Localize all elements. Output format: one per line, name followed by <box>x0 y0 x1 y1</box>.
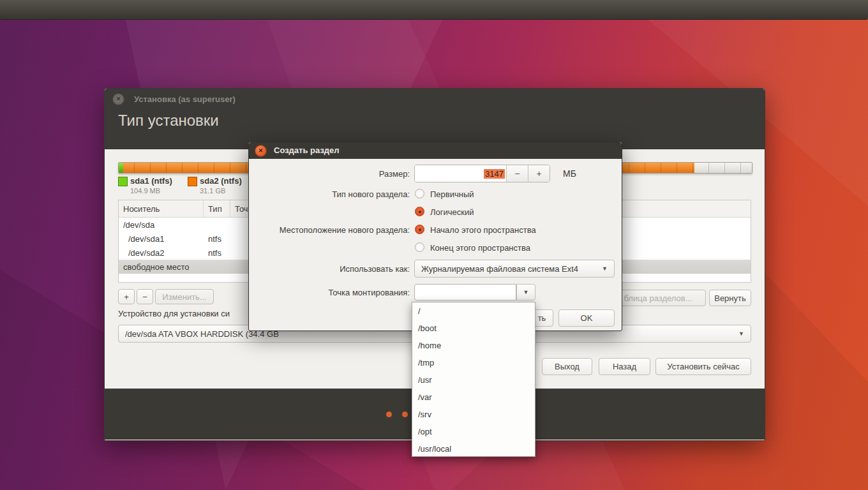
use-as-value: Журналируемая файловая система Ext4 <box>421 264 578 274</box>
chevron-down-icon: ▼ <box>602 265 608 272</box>
radio-logical[interactable] <box>415 207 424 216</box>
dropdown-item[interactable]: /boot <box>412 320 535 337</box>
cell-device: /dev/sda <box>119 220 204 230</box>
dialog-close-icon[interactable]: ✕ <box>255 145 267 157</box>
radio-logical-label[interactable]: Логический <box>430 207 474 217</box>
radio-end-label[interactable]: Конец этого пространства <box>430 243 530 253</box>
dropdown-item[interactable]: /home <box>412 337 535 354</box>
size-increment-button[interactable]: + <box>528 165 550 182</box>
cell-type: ntfs <box>204 234 230 244</box>
new-partition-table-button[interactable]: блица разделов... <box>610 290 706 306</box>
dropdown-item[interactable]: /usr <box>412 371 535 389</box>
new-partition-location-label: Местоположение нового раздела: <box>254 225 410 235</box>
mount-point-dropdown-button[interactable]: ▼ <box>516 284 535 301</box>
revert-button[interactable]: Вернуть <box>709 290 751 306</box>
cell-device: /dev/sda1 <box>119 234 204 244</box>
dropdown-item[interactable]: /opt <box>412 423 535 440</box>
back-button[interactable]: Назад <box>599 358 650 375</box>
size-label: Размер: <box>254 169 410 179</box>
size-spinbox: 3147 − + <box>414 165 550 182</box>
radio-primary[interactable] <box>415 189 424 198</box>
quit-button[interactable]: Выход <box>542 358 592 375</box>
use-as-combobox[interactable]: Журналируемая файловая система Ext4 ▼ <box>414 260 615 278</box>
dropdown-item[interactable]: /srv <box>412 406 535 423</box>
progress-dot <box>386 412 392 417</box>
window-title: Установка (as superuser) <box>134 94 236 104</box>
top-panel <box>0 0 868 20</box>
mount-point-label: Точка монтирования: <box>254 288 410 297</box>
installer-header: ✕ Установка (as superuser) Тип установки <box>105 89 765 149</box>
dropdown-item[interactable]: / <box>412 302 535 320</box>
legend-size-sda2: 31.1 GB <box>200 187 225 195</box>
legend-swatch-sda2 <box>188 177 197 186</box>
legend-label-sda1: sda1 (ntfs) <box>130 176 172 186</box>
install-now-button[interactable]: Установить сейчас <box>655 358 751 375</box>
desktop: ✕ Установка (as superuser) Тип установки… <box>0 0 868 490</box>
page-title: Тип установки <box>118 112 219 130</box>
legend-label-sda2: sda2 (ntfs) <box>200 176 242 186</box>
dialog-titlebar[interactable]: ✕ Создать раздел <box>249 142 622 159</box>
remove-partition-button[interactable]: − <box>137 289 153 304</box>
dialog-title: Создать раздел <box>274 145 340 155</box>
dropdown-item[interactable]: /tmp <box>412 354 535 371</box>
radio-beginning[interactable] <box>415 225 424 234</box>
change-partition-button[interactable]: Изменить... <box>155 289 214 304</box>
mount-point-dropdown-list: / /boot /home /tmp /usr /var /srv /opt /… <box>412 302 535 457</box>
size-input[interactable]: 3147 <box>415 165 506 182</box>
legend-swatch-sda1 <box>118 177 128 186</box>
add-partition-button[interactable]: + <box>118 289 135 304</box>
radio-primary-label[interactable]: Первичный <box>430 189 474 199</box>
dropdown-item[interactable]: /usr/local <box>412 440 535 457</box>
window-close-icon[interactable]: ✕ <box>112 93 124 105</box>
column-header-type[interactable]: Тип <box>204 200 230 217</box>
size-decrement-button[interactable]: − <box>506 165 528 182</box>
radio-end[interactable] <box>415 242 424 252</box>
new-partition-type-label: Тип нового раздела: <box>254 189 410 199</box>
cell-type: ntfs <box>204 248 230 258</box>
boot-device-label: Устройство для установки си <box>118 309 248 318</box>
ok-button[interactable]: OK <box>558 309 615 327</box>
chevron-down-icon: ▼ <box>738 330 744 337</box>
column-header-device[interactable]: Носитель <box>119 200 204 217</box>
legend-size-sda1: 104.9 MB <box>130 187 160 195</box>
size-value-selected: 3147 <box>484 169 505 179</box>
mount-point-input[interactable] <box>414 284 516 301</box>
use-as-label: Использовать как: <box>254 264 410 274</box>
cell-device: /dev/sda2 <box>119 248 204 258</box>
chevron-down-icon: ▼ <box>523 289 529 295</box>
cell-device: свободное место <box>119 262 204 272</box>
size-unit-label: МБ <box>563 168 576 179</box>
radio-beginning-label[interactable]: Начало этого пространства <box>430 225 536 235</box>
progress-dot <box>402 412 408 417</box>
dropdown-item[interactable]: /var <box>412 389 535 406</box>
